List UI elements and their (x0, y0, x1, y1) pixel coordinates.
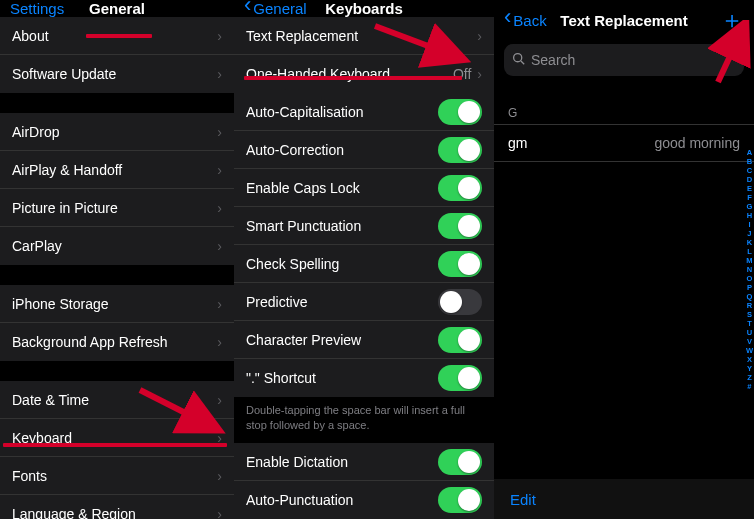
nav-bar: Settings General (0, 0, 234, 17)
toggle-switch[interactable] (438, 449, 482, 475)
section-header: G (494, 102, 754, 124)
index-letter[interactable]: O (747, 274, 753, 283)
index-letter[interactable]: Q (747, 292, 753, 301)
svg-point-0 (514, 54, 522, 62)
index-letter[interactable]: D (747, 175, 752, 184)
settings-row[interactable]: Background App Refresh › (0, 323, 234, 361)
chevron-right-icon: › (217, 392, 222, 408)
settings-row: Character Preview (234, 321, 494, 359)
settings-row: Predictive (234, 283, 494, 321)
index-letter[interactable]: K (747, 238, 752, 247)
chevron-right-icon: › (217, 468, 222, 484)
row-label: AirDrop (12, 124, 217, 140)
row-label: Language & Region (12, 506, 217, 519)
chevron-right-icon: › (217, 162, 222, 178)
toggle-switch[interactable] (438, 137, 482, 163)
settings-row[interactable]: Language & Region › (0, 495, 234, 519)
settings-row: Smart Punctuation (234, 207, 494, 245)
row-label: Background App Refresh (12, 334, 217, 350)
settings-row[interactable]: Fonts › (0, 457, 234, 495)
row-label: Software Update (12, 66, 217, 82)
row-label: Smart Punctuation (246, 218, 438, 234)
chevron-left-icon (504, 12, 511, 29)
shortcut-footnote: Double-tapping the space bar will insert… (234, 397, 494, 443)
row-label: Character Preview (246, 332, 438, 348)
settings-row[interactable]: Keyboard › (0, 419, 234, 457)
index-letter[interactable]: Y (747, 364, 752, 373)
chevron-right-icon: › (217, 506, 222, 519)
index-letter[interactable]: B (747, 157, 752, 166)
settings-row[interactable]: iPhone Storage › (0, 285, 234, 323)
keyboard-top-group: Text Replacement › One-Handed Keyboard O… (234, 17, 494, 93)
index-letter[interactable]: H (747, 211, 752, 220)
index-letter[interactable]: G (747, 202, 753, 211)
settings-row[interactable]: CarPlay › (0, 227, 234, 265)
search-field[interactable] (504, 44, 744, 76)
index-letter[interactable]: X (747, 355, 752, 364)
toggle-switch[interactable] (438, 365, 482, 391)
index-letter[interactable]: P (747, 283, 752, 292)
back-label: General (253, 0, 306, 17)
add-button[interactable]: ＋ (720, 4, 744, 36)
index-letter[interactable]: N (747, 265, 752, 274)
toggle-switch[interactable] (438, 175, 482, 201)
row-label: Fonts (12, 468, 217, 484)
index-letter[interactable]: F (747, 193, 752, 202)
index-letter[interactable]: J (747, 229, 751, 238)
search-input[interactable] (531, 52, 736, 68)
chevron-right-icon: › (217, 124, 222, 140)
settings-row[interactable]: Text Replacement › (234, 17, 494, 55)
toggle-switch[interactable] (438, 213, 482, 239)
back-label: Back (513, 12, 546, 29)
toolbar: Edit (494, 479, 754, 519)
back-general[interactable]: General (244, 0, 307, 17)
toggle-switch[interactable] (438, 487, 482, 513)
toggle-switch[interactable] (438, 99, 482, 125)
chevron-right-icon: › (217, 296, 222, 312)
index-letter[interactable]: M (746, 256, 752, 265)
settings-row: Enable Caps Lock (234, 169, 494, 207)
settings-row[interactable]: Picture in Picture › (0, 189, 234, 227)
index-letter[interactable]: V (747, 337, 752, 346)
row-label: Predictive (246, 294, 438, 310)
settings-group: About › Software Update › (0, 17, 234, 93)
toggle-switch[interactable] (438, 327, 482, 353)
index-letter[interactable]: S (747, 310, 752, 319)
index-letter[interactable]: T (747, 319, 752, 328)
settings-row[interactable]: One-Handed Keyboard Off › (234, 55, 494, 93)
row-label: AirPlay & Handoff (12, 162, 217, 178)
settings-group: AirDrop › AirPlay & Handoff › Picture in… (0, 113, 234, 265)
toggle-switch[interactable] (438, 289, 482, 315)
edit-button[interactable]: Edit (510, 491, 536, 508)
nav-bar: Back Text Replacement ＋ (494, 0, 754, 40)
index-letter[interactable]: R (747, 301, 752, 310)
text-replacement-panel: Back Text Replacement ＋ G gm good mornin… (494, 0, 754, 519)
row-label: "." Shortcut (246, 370, 438, 386)
chevron-right-icon: › (477, 66, 482, 82)
index-letter[interactable]: C (747, 166, 752, 175)
index-letter[interactable]: Z (747, 373, 752, 382)
index-letter[interactable]: E (747, 184, 752, 193)
settings-row[interactable]: Date & Time › (0, 381, 234, 419)
index-letter[interactable]: A (747, 148, 752, 157)
index-letter[interactable]: W (746, 346, 753, 355)
row-label: iPhone Storage (12, 296, 217, 312)
index-letter[interactable]: L (747, 247, 752, 256)
settings-row: Auto-Capitalisation (234, 93, 494, 131)
toggle-switch[interactable] (438, 251, 482, 277)
settings-row[interactable]: AirPlay & Handoff › (0, 151, 234, 189)
row-label: Enable Dictation (246, 454, 438, 470)
settings-row: Enable Dictation (234, 443, 494, 481)
back-button[interactable]: Back (504, 12, 547, 29)
chevron-left-icon (244, 0, 251, 17)
annotation-underline (86, 34, 152, 38)
index-letter[interactable]: I (748, 220, 750, 229)
replacement-entry[interactable]: gm good morning (494, 125, 754, 161)
row-label: Text Replacement (246, 28, 477, 44)
index-letter[interactable]: # (747, 382, 751, 391)
index-strip[interactable]: ABCDEFGHIJKLMNOPQRSTUVWXYZ# (746, 148, 753, 391)
index-letter[interactable]: U (747, 328, 752, 337)
settings-row[interactable]: AirDrop › (0, 113, 234, 151)
settings-row[interactable]: Software Update › (0, 55, 234, 93)
back-settings[interactable]: Settings (10, 0, 64, 17)
